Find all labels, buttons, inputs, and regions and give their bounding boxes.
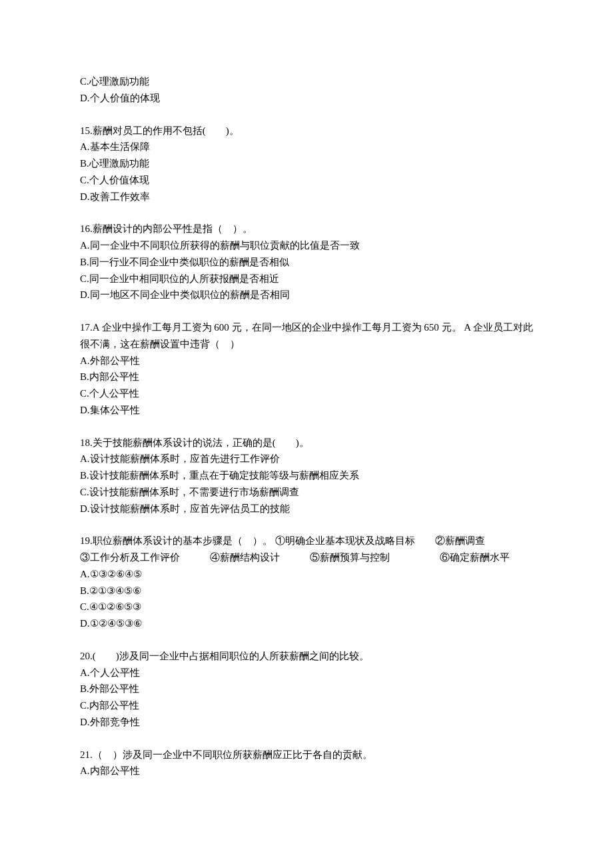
question-16: 16.薪酬设计的内部公平性是指（ ）。 A.同一企业中不同职位所获得的薪酬与职位…	[80, 221, 533, 303]
option-a: A.设计技能薪酬体系时，应首先进行工作评价	[80, 451, 533, 467]
option-c: C.内部公平性	[80, 697, 533, 714]
option-d: D.外部竞争性	[80, 714, 533, 731]
question-19: 19.职位薪酬体系设计的基本步骤是（ ）。 ①明确企业基本现状及战略目标 ②薪酬…	[80, 533, 533, 632]
option-c: C.④①②⑥⑤③	[80, 599, 533, 615]
option-b: B.外部公平性	[80, 681, 533, 697]
option-b: B.同一行业不同企业中类似职位的薪酬是否相似	[80, 254, 533, 271]
option-a: A.基本生活保障	[80, 139, 533, 155]
option-c: C.个人公平性	[80, 385, 533, 402]
question-stem: 20.( )涉及同一企业中占据相同职位的人所获薪酬之间的比较。	[80, 648, 533, 665]
option-b: B.内部公平性	[80, 369, 533, 385]
option-c: C.设计技能薪酬体系时，不需要进行市场薪酬调查	[80, 484, 533, 501]
question-stem: 17.A 企业中操作工每月工资为 600 元，在同一地区的企业中操作工每月工资为…	[80, 319, 533, 353]
option-c: C.心理激励功能	[80, 73, 533, 90]
question-14-trailing: C.心理激励功能 D.个人价值的体现	[80, 73, 533, 107]
option-b: B.②①③④⑤⑥	[80, 583, 533, 599]
question-15: 15.薪酬对员工的作用不包括( )。 A.基本生活保障 B.心理激励功能 C.个…	[80, 123, 533, 205]
option-d: D.集体公平性	[80, 402, 533, 419]
option-a: A.同一企业中不同职位所获得的薪酬与职位贡献的比值是否一致	[80, 237, 533, 254]
option-d: D.改善工作效率	[80, 189, 533, 205]
question-stem-line-1: 19.职位薪酬体系设计的基本步骤是（ ）。 ①明确企业基本现状及战略目标 ②薪酬…	[80, 533, 533, 549]
question-stem: 15.薪酬对员工的作用不包括( )。	[80, 123, 533, 139]
option-d: D.个人价值的体现	[80, 90, 533, 107]
question-18: 18.关于技能薪酬体系设计的说法，正确的是( )。 A.设计技能薪酬体系时，应首…	[80, 435, 533, 517]
question-20: 20.( )涉及同一企业中占据相同职位的人所获薪酬之间的比较。 A.个人公平性 …	[80, 648, 533, 731]
option-a: A.①③②⑥④⑤	[80, 566, 533, 583]
option-a: A.内部公平性	[80, 763, 533, 779]
option-a: A.个人公平性	[80, 665, 533, 681]
question-21: 21.（ ）涉及同一企业中不同职位所获薪酬应正比于各自的贡献。 A.内部公平性	[80, 747, 533, 780]
option-c: C.个人价值体现	[80, 172, 533, 189]
option-b: B.心理激励功能	[80, 155, 533, 172]
option-c: C.同一企业中相同职位的人所获报酬是否相近	[80, 271, 533, 287]
question-stem: 18.关于技能薪酬体系设计的说法，正确的是( )。	[80, 435, 533, 451]
option-d: D.①②④⑤③⑥	[80, 615, 533, 632]
question-stem: 16.薪酬设计的内部公平性是指（ ）。	[80, 221, 533, 237]
option-d: D.设计技能薪酬体系时，应首先评估员工的技能	[80, 501, 533, 517]
question-stem-line-2: ③工作分析及工作评价 ④薪酬结构设计 ⑤薪酬预算与控制 ⑥确定薪酬水平	[80, 549, 533, 566]
option-d: D.同一地区不同企业中类似职位的薪酬是否相同	[80, 287, 533, 303]
question-17: 17.A 企业中操作工每月工资为 600 元，在同一地区的企业中操作工每月工资为…	[80, 319, 533, 419]
option-a: A.外部公平性	[80, 353, 533, 369]
question-stem: 21.（ ）涉及同一企业中不同职位所获薪酬应正比于各自的贡献。	[80, 747, 533, 763]
option-b: B.设计技能薪酬体系时，重点在于确定技能等级与薪酬相应关系	[80, 467, 533, 484]
